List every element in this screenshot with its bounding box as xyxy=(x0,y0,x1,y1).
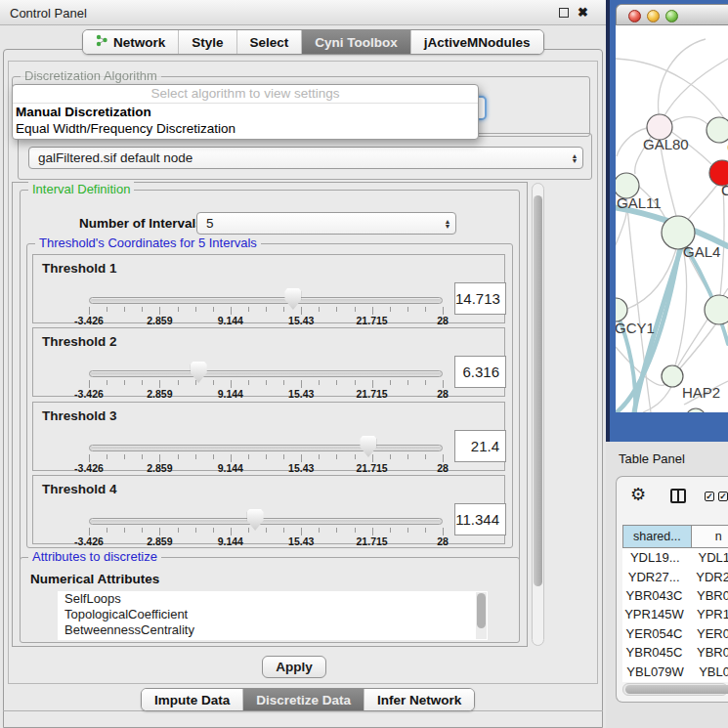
network-node[interactable] xyxy=(686,408,706,412)
table-cell: YDR27... xyxy=(622,570,685,584)
tick-label: 2.859 xyxy=(147,315,172,326)
slider-track[interactable] xyxy=(89,518,443,525)
float-icon[interactable] xyxy=(559,8,569,18)
slider-tick xyxy=(89,454,90,462)
zoom-traffic-light-icon[interactable] xyxy=(665,10,678,22)
tick-label: 28 xyxy=(437,388,449,400)
network-node-ga[interactable] xyxy=(707,117,728,143)
table-row[interactable]: YBR045CYBR0 xyxy=(622,643,728,662)
attributes-scrollbar[interactable] xyxy=(476,592,487,639)
number-of-intervals-combo[interactable]: 5 ▲▼ xyxy=(196,212,456,235)
network-window-titlebar[interactable] xyxy=(616,4,728,25)
algorithm-popup: Select algorithm to view settings Manual… xyxy=(12,84,479,140)
close-traffic-light-icon[interactable] xyxy=(628,10,641,22)
numerical-attributes-label: Numerical Attributes xyxy=(30,572,159,586)
table-row[interactable]: YLR345WYLR3 xyxy=(622,681,728,682)
close-icon[interactable]: ✖ xyxy=(578,5,588,20)
table-horizontal-scrollbar-thumb[interactable] xyxy=(625,685,728,694)
network-canvas[interactable]: GAL80GACGAL11GAL4GCY1HHAP2 xyxy=(616,25,728,412)
table-row[interactable]: YER054CYER0 xyxy=(622,624,728,643)
network-edge xyxy=(679,323,716,369)
column-header-shared[interactable]: shared... xyxy=(622,525,692,548)
interval-definition-title: Interval Definition xyxy=(28,182,134,196)
tab-cyni-toolbox[interactable]: Cyni Toolbox xyxy=(302,30,411,54)
table-row[interactable]: YBR043CYBR0 xyxy=(622,586,728,605)
table-row[interactable]: YBL079WYBL0 xyxy=(622,662,728,680)
slider-tick xyxy=(301,454,302,462)
slider-tick xyxy=(248,307,249,312)
slider-tick xyxy=(178,307,179,312)
table-row[interactable]: YDR27...YDR2 xyxy=(622,567,728,585)
table-data-combo[interactable]: galFiltered.sif default node ▲▼ xyxy=(28,147,583,169)
stepper-arrows-icon[interactable]: ▲▼ xyxy=(440,219,455,229)
columns-icon[interactable] xyxy=(670,489,686,503)
slider-tick xyxy=(355,307,356,312)
network-node-gcy1[interactable] xyxy=(616,298,627,321)
threshold-value-field[interactable]: 14.713 xyxy=(454,282,506,315)
slider-tick xyxy=(407,454,408,459)
attribute-item-betweennesscentrality[interactable]: BetweennessCentrality xyxy=(58,622,488,638)
tab-select[interactable]: Select xyxy=(237,30,303,54)
table-data-group: Table Data galFiltered.sif default node … xyxy=(18,133,592,180)
slider-track[interactable] xyxy=(89,445,443,451)
settings-scrollbar[interactable] xyxy=(532,183,544,646)
column-header-name[interactable]: n xyxy=(692,525,728,548)
network-node-hap2[interactable] xyxy=(662,365,683,387)
minimize-traffic-light-icon[interactable] xyxy=(647,10,660,22)
slider-tick xyxy=(301,528,302,535)
tick-label: -3.426 xyxy=(74,535,104,547)
apply-button[interactable]: Apply xyxy=(262,656,326,678)
slider-tick xyxy=(319,380,320,385)
checkbox-icon[interactable]: ✓ xyxy=(718,492,728,501)
stepper-arrows-icon[interactable]: ▲▼ xyxy=(567,153,582,163)
tab-jactivemnodules[interactable]: jActiveMNodules xyxy=(411,30,543,54)
number-of-intervals-label: Number of Intervals xyxy=(79,216,203,231)
settings-scrollbar-thumb[interactable] xyxy=(534,195,542,586)
network-node-h[interactable] xyxy=(705,295,728,324)
slider-track[interactable] xyxy=(89,370,443,377)
attribute-item-selfloops[interactable]: SelfLoops xyxy=(58,591,488,607)
tick-label: 15.43 xyxy=(288,388,314,400)
table-horizontal-scrollbar[interactable] xyxy=(622,683,728,696)
network-tab-icon xyxy=(96,34,108,50)
table-cell: YER054C xyxy=(622,626,686,641)
table-cell: YDL19... xyxy=(622,550,687,565)
top-tab-bar: NetworkStyleSelectCyni ToolboxjActiveMNo… xyxy=(82,29,544,55)
threshold-box-2: Threshold 2-3.4262.8599.14415.4321.71528… xyxy=(32,327,505,397)
table-row[interactable]: YDL19...YDL1 xyxy=(622,548,728,567)
gear-icon[interactable]: ⚙ xyxy=(630,486,646,503)
slider-tick-labels: -3.4262.8599.14415.4321.71528 xyxy=(89,315,443,324)
threshold-value-field[interactable]: 6.316 xyxy=(454,356,506,388)
slider-tick xyxy=(213,454,214,459)
tab-impute-data-label: Impute Data xyxy=(154,693,230,707)
tick-label: 28 xyxy=(437,535,449,547)
tab-discretize-data[interactable]: Discretize Data xyxy=(243,689,364,710)
slider-tick xyxy=(178,454,179,459)
thresholds-group-title: Threshold's Coordinates for 5 Intervals xyxy=(35,236,261,250)
slider-tick xyxy=(248,528,249,533)
slider-tick xyxy=(159,307,160,315)
tab-jactivemnodules-label: jActiveMNodules xyxy=(424,35,531,50)
slider-tick xyxy=(443,380,444,388)
tab-impute-data[interactable]: Impute Data xyxy=(142,689,243,710)
tab-discretize-data-label: Discretize Data xyxy=(256,693,351,707)
popup-option-equal-width-frequency-discretization[interactable]: Equal Width/Frequency Discretization xyxy=(13,120,478,137)
slider-track[interactable] xyxy=(89,297,443,304)
table-row[interactable]: YPR145WYPR1 xyxy=(622,605,728,623)
popup-option-manual-discretization[interactable]: Manual Discretization xyxy=(13,104,478,120)
tab-network[interactable]: Network xyxy=(83,30,179,54)
tab-style[interactable]: Style xyxy=(179,30,236,54)
slider-tick xyxy=(159,454,160,462)
attributes-scrollbar-thumb[interactable] xyxy=(477,593,486,628)
slider-tick xyxy=(107,454,107,459)
slider-tick xyxy=(213,380,214,385)
table-cell: YBR0 xyxy=(686,588,728,603)
checkbox-icon[interactable]: ✓ xyxy=(705,492,714,501)
attributes-group: Attributes to discretize Numerical Attri… xyxy=(20,557,520,643)
table-cell: YBR043C xyxy=(622,588,686,603)
threshold-value-field[interactable]: 21.4 xyxy=(454,430,506,462)
attributes-list[interactable]: SelfLoopsTopologicalCoefficientBetweenne… xyxy=(58,591,488,640)
threshold-value-field[interactable]: 11.344 xyxy=(454,503,506,535)
tab-infer-network[interactable]: Infer Network xyxy=(364,689,474,710)
attribute-item-topologicalcoefficient[interactable]: TopologicalCoefficient xyxy=(58,607,488,622)
